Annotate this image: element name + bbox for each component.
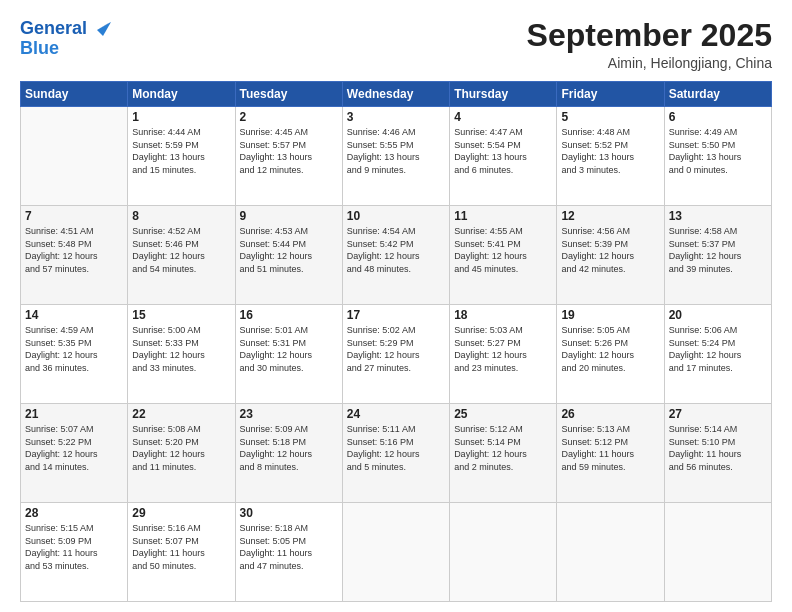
weekday-thursday: Thursday [450, 82, 557, 107]
day-number: 26 [561, 407, 659, 421]
calendar-cell: 18Sunrise: 5:03 AM Sunset: 5:27 PM Dayli… [450, 305, 557, 404]
calendar-cell: 21Sunrise: 5:07 AM Sunset: 5:22 PM Dayli… [21, 404, 128, 503]
day-number: 15 [132, 308, 230, 322]
calendar-cell: 23Sunrise: 5:09 AM Sunset: 5:18 PM Dayli… [235, 404, 342, 503]
logo-text-general: General [20, 18, 87, 40]
day-number: 22 [132, 407, 230, 421]
calendar-cell: 15Sunrise: 5:00 AM Sunset: 5:33 PM Dayli… [128, 305, 235, 404]
day-info: Sunrise: 5:11 AM Sunset: 5:16 PM Dayligh… [347, 423, 445, 473]
logo-text-blue: Blue [20, 38, 111, 60]
calendar-cell: 25Sunrise: 5:12 AM Sunset: 5:14 PM Dayli… [450, 404, 557, 503]
day-info: Sunrise: 5:01 AM Sunset: 5:31 PM Dayligh… [240, 324, 338, 374]
day-info: Sunrise: 5:09 AM Sunset: 5:18 PM Dayligh… [240, 423, 338, 473]
day-number: 30 [240, 506, 338, 520]
day-number: 5 [561, 110, 659, 124]
calendar-cell: 17Sunrise: 5:02 AM Sunset: 5:29 PM Dayli… [342, 305, 449, 404]
calendar-cell [342, 503, 449, 602]
week-row-2: 7Sunrise: 4:51 AM Sunset: 5:48 PM Daylig… [21, 206, 772, 305]
location-subtitle: Aimin, Heilongjiang, China [527, 55, 772, 71]
title-block: September 2025 Aimin, Heilongjiang, Chin… [527, 18, 772, 71]
weekday-friday: Friday [557, 82, 664, 107]
calendar-cell: 29Sunrise: 5:16 AM Sunset: 5:07 PM Dayli… [128, 503, 235, 602]
weekday-tuesday: Tuesday [235, 82, 342, 107]
day-number: 2 [240, 110, 338, 124]
calendar-cell: 6Sunrise: 4:49 AM Sunset: 5:50 PM Daylig… [664, 107, 771, 206]
calendar-cell [557, 503, 664, 602]
day-info: Sunrise: 5:02 AM Sunset: 5:29 PM Dayligh… [347, 324, 445, 374]
calendar-cell: 28Sunrise: 5:15 AM Sunset: 5:09 PM Dayli… [21, 503, 128, 602]
day-info: Sunrise: 4:54 AM Sunset: 5:42 PM Dayligh… [347, 225, 445, 275]
logo-bird-icon [89, 18, 111, 40]
day-number: 24 [347, 407, 445, 421]
weekday-wednesday: Wednesday [342, 82, 449, 107]
day-info: Sunrise: 4:55 AM Sunset: 5:41 PM Dayligh… [454, 225, 552, 275]
day-number: 29 [132, 506, 230, 520]
calendar-cell: 7Sunrise: 4:51 AM Sunset: 5:48 PM Daylig… [21, 206, 128, 305]
logo: General Blue [20, 18, 111, 60]
day-info: Sunrise: 5:14 AM Sunset: 5:10 PM Dayligh… [669, 423, 767, 473]
calendar-cell: 24Sunrise: 5:11 AM Sunset: 5:16 PM Dayli… [342, 404, 449, 503]
day-number: 7 [25, 209, 123, 223]
day-number: 10 [347, 209, 445, 223]
day-info: Sunrise: 4:51 AM Sunset: 5:48 PM Dayligh… [25, 225, 123, 275]
calendar-cell: 30Sunrise: 5:18 AM Sunset: 5:05 PM Dayli… [235, 503, 342, 602]
day-info: Sunrise: 4:44 AM Sunset: 5:59 PM Dayligh… [132, 126, 230, 176]
day-number: 3 [347, 110, 445, 124]
weekday-sunday: Sunday [21, 82, 128, 107]
calendar-cell: 10Sunrise: 4:54 AM Sunset: 5:42 PM Dayli… [342, 206, 449, 305]
day-number: 20 [669, 308, 767, 322]
day-number: 11 [454, 209, 552, 223]
day-number: 8 [132, 209, 230, 223]
calendar-cell: 9Sunrise: 4:53 AM Sunset: 5:44 PM Daylig… [235, 206, 342, 305]
day-number: 9 [240, 209, 338, 223]
day-info: Sunrise: 4:48 AM Sunset: 5:52 PM Dayligh… [561, 126, 659, 176]
day-info: Sunrise: 5:13 AM Sunset: 5:12 PM Dayligh… [561, 423, 659, 473]
calendar-cell: 1Sunrise: 4:44 AM Sunset: 5:59 PM Daylig… [128, 107, 235, 206]
day-info: Sunrise: 5:03 AM Sunset: 5:27 PM Dayligh… [454, 324, 552, 374]
svg-marker-0 [97, 22, 111, 36]
calendar-cell: 14Sunrise: 4:59 AM Sunset: 5:35 PM Dayli… [21, 305, 128, 404]
calendar-cell: 4Sunrise: 4:47 AM Sunset: 5:54 PM Daylig… [450, 107, 557, 206]
day-info: Sunrise: 5:08 AM Sunset: 5:20 PM Dayligh… [132, 423, 230, 473]
page: General Blue September 2025 Aimin, Heilo… [0, 0, 792, 612]
day-info: Sunrise: 4:47 AM Sunset: 5:54 PM Dayligh… [454, 126, 552, 176]
day-info: Sunrise: 4:58 AM Sunset: 5:37 PM Dayligh… [669, 225, 767, 275]
day-info: Sunrise: 5:12 AM Sunset: 5:14 PM Dayligh… [454, 423, 552, 473]
calendar-cell: 26Sunrise: 5:13 AM Sunset: 5:12 PM Dayli… [557, 404, 664, 503]
day-info: Sunrise: 4:45 AM Sunset: 5:57 PM Dayligh… [240, 126, 338, 176]
calendar-cell: 20Sunrise: 5:06 AM Sunset: 5:24 PM Dayli… [664, 305, 771, 404]
day-info: Sunrise: 5:15 AM Sunset: 5:09 PM Dayligh… [25, 522, 123, 572]
calendar-table: SundayMondayTuesdayWednesdayThursdayFrid… [20, 81, 772, 602]
day-info: Sunrise: 4:59 AM Sunset: 5:35 PM Dayligh… [25, 324, 123, 374]
calendar-cell: 19Sunrise: 5:05 AM Sunset: 5:26 PM Dayli… [557, 305, 664, 404]
day-info: Sunrise: 4:52 AM Sunset: 5:46 PM Dayligh… [132, 225, 230, 275]
week-row-4: 21Sunrise: 5:07 AM Sunset: 5:22 PM Dayli… [21, 404, 772, 503]
day-number: 12 [561, 209, 659, 223]
calendar-cell: 22Sunrise: 5:08 AM Sunset: 5:20 PM Dayli… [128, 404, 235, 503]
calendar-cell: 16Sunrise: 5:01 AM Sunset: 5:31 PM Dayli… [235, 305, 342, 404]
calendar-cell [450, 503, 557, 602]
day-info: Sunrise: 5:00 AM Sunset: 5:33 PM Dayligh… [132, 324, 230, 374]
day-info: Sunrise: 5:06 AM Sunset: 5:24 PM Dayligh… [669, 324, 767, 374]
day-number: 28 [25, 506, 123, 520]
weekday-header-row: SundayMondayTuesdayWednesdayThursdayFrid… [21, 82, 772, 107]
day-number: 14 [25, 308, 123, 322]
day-number: 19 [561, 308, 659, 322]
day-number: 17 [347, 308, 445, 322]
day-number: 13 [669, 209, 767, 223]
weekday-saturday: Saturday [664, 82, 771, 107]
weekday-monday: Monday [128, 82, 235, 107]
day-number: 18 [454, 308, 552, 322]
day-info: Sunrise: 5:07 AM Sunset: 5:22 PM Dayligh… [25, 423, 123, 473]
calendar-cell: 2Sunrise: 4:45 AM Sunset: 5:57 PM Daylig… [235, 107, 342, 206]
calendar-cell: 13Sunrise: 4:58 AM Sunset: 5:37 PM Dayli… [664, 206, 771, 305]
calendar-cell: 8Sunrise: 4:52 AM Sunset: 5:46 PM Daylig… [128, 206, 235, 305]
week-row-5: 28Sunrise: 5:15 AM Sunset: 5:09 PM Dayli… [21, 503, 772, 602]
day-info: Sunrise: 4:49 AM Sunset: 5:50 PM Dayligh… [669, 126, 767, 176]
day-number: 6 [669, 110, 767, 124]
day-number: 25 [454, 407, 552, 421]
calendar-cell: 12Sunrise: 4:56 AM Sunset: 5:39 PM Dayli… [557, 206, 664, 305]
day-number: 1 [132, 110, 230, 124]
day-info: Sunrise: 5:16 AM Sunset: 5:07 PM Dayligh… [132, 522, 230, 572]
header: General Blue September 2025 Aimin, Heilo… [20, 18, 772, 71]
